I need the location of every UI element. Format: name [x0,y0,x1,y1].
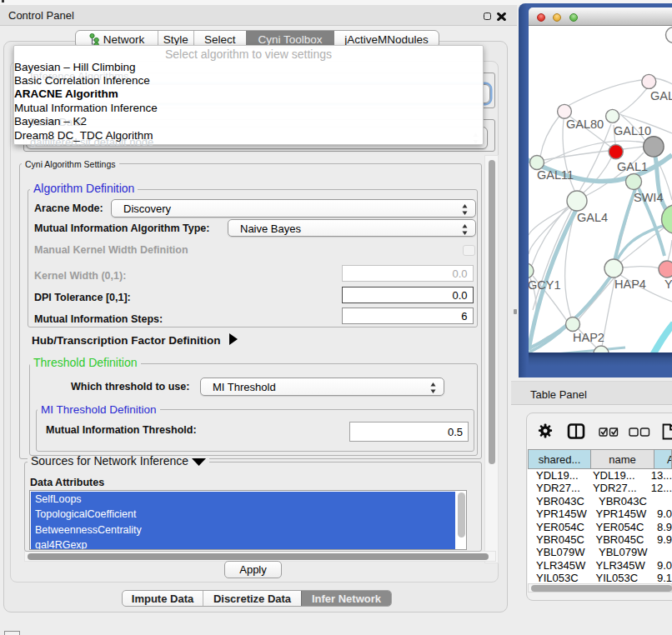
svg-text:GAL7: GAL7 [650,89,672,102]
svg-text:GAL4: GAL4 [577,211,608,224]
svg-text:HAP2: HAP2 [573,331,604,344]
svg-text:SWI4: SWI4 [634,191,663,204]
svg-text:HAP4: HAP4 [614,278,646,291]
svg-text:GCY1: GCY1 [529,278,561,292]
svg-text:GAL11: GAL11 [537,168,574,182]
svg-text:GAL80: GAL80 [566,118,604,131]
svg-text:GAL1: GAL1 [617,160,648,173]
svg-text:YJ: YJ [664,278,672,291]
svg-text:GAL10: GAL10 [614,124,651,138]
